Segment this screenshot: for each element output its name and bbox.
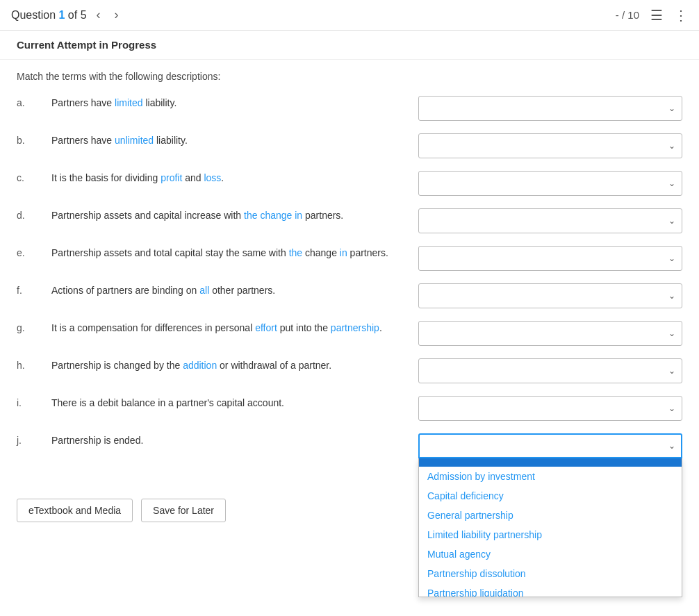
select-wrapper-g: Admission by investment Capital deficien… <box>418 321 682 346</box>
question-letter-b: b. <box>17 133 51 146</box>
select-b[interactable]: Admission by investment Capital deficien… <box>418 133 682 158</box>
attempt-banner: Current Attempt in Progress <box>0 31 699 60</box>
next-button[interactable]: › <box>110 6 123 24</box>
select-wrapper-h: Admission by investment Capital deficien… <box>418 358 682 383</box>
dropdown-item-limited[interactable]: Limited liability partnership <box>419 525 682 544</box>
question-letter-h: h. <box>17 358 51 371</box>
highlight-effort: effort <box>255 322 277 333</box>
question-row-c: c. It is the basis for dividing profit a… <box>17 171 682 196</box>
dropdown-item-mutual[interactable]: Mutual agency <box>419 544 682 564</box>
dropdown-item-dissolution[interactable]: Partnership dissolution <box>419 564 682 583</box>
question-row-b: b. Partners have unlimited liability. Ad… <box>17 133 682 158</box>
highlight-profit: profit <box>161 172 182 183</box>
highlight-loss: loss <box>204 172 221 183</box>
highlight-unlimited: unlimited <box>115 135 154 146</box>
question-row-a: a. Partners have limited liability. Admi… <box>17 96 682 121</box>
dropdown-item-admission[interactable]: Admission by investment <box>419 467 682 486</box>
select-e[interactable]: Admission by investment Capital deficien… <box>418 246 682 271</box>
question-letter-i: i. <box>17 396 51 408</box>
question-row-f: f. Actions of partners are binding on al… <box>17 283 682 308</box>
etextbook-button[interactable]: eTextbook and Media <box>17 499 133 522</box>
score-label: - / 10 <box>616 9 639 21</box>
highlight-in: in <box>340 247 347 258</box>
select-wrapper-c: Admission by investment Capital deficien… <box>418 171 682 196</box>
more-options-icon[interactable]: ⋮ <box>674 7 688 24</box>
question-number: 1 <box>58 9 65 21</box>
question-row-h: h. Partnership is changed by the additio… <box>17 358 682 383</box>
question-row-e: e. Partnership assets and total capital … <box>17 246 682 271</box>
question-letter-a: a. <box>17 96 51 108</box>
select-wrapper-e: Admission by investment Capital deficien… <box>418 246 682 271</box>
question-text-b: Partners have unlimited liability. <box>51 133 418 148</box>
question-text-f: Actions of partners are binding on all o… <box>51 283 418 298</box>
instructions: Match the terms with the following descr… <box>17 71 682 82</box>
select-c[interactable]: Admission by investment Capital deficien… <box>418 171 682 196</box>
select-wrapper-d: Admission by investment Capital deficien… <box>418 208 682 233</box>
dropdown-item-capital[interactable]: Capital deficiency <box>419 486 682 506</box>
select-wrapper-b: Admission by investment Capital deficien… <box>418 133 682 158</box>
select-wrapper-a: Admission by investment Capital deficien… <box>418 96 682 121</box>
question-row-i: i. There is a debit balance in a partner… <box>17 396 682 421</box>
question-row-d: d. Partnership assets and capital increa… <box>17 208 682 233</box>
question-row-g: g. It is a compensation for differences … <box>17 321 682 346</box>
question-letter-d: d. <box>17 208 51 221</box>
highlight-partnership: partnership <box>331 322 379 333</box>
question-letter-j: j. <box>17 433 51 446</box>
select-i[interactable]: Admission by investment Capital deficien… <box>418 396 682 421</box>
question-text-a: Partners have limited liability. <box>51 96 418 110</box>
header: Question 1 of 5 ‹ › - / 10 ☰ ⋮ <box>0 0 699 31</box>
question-text-j: Partnership is ended. <box>51 433 418 448</box>
select-j[interactable]: Admission by investment Capital deficien… <box>418 433 682 458</box>
select-h[interactable]: Admission by investment Capital deficien… <box>418 358 682 383</box>
question-letter-f: f. <box>17 283 51 296</box>
dropdown-item-liquidation[interactable]: Partnership liquidation <box>419 583 682 597</box>
question-row-j: j. Partnership is ended. Admission by in… <box>17 433 682 458</box>
select-f[interactable]: Admission by investment Capital deficien… <box>418 283 682 308</box>
dropdown-list-j: Admission by investment Capital deficien… <box>418 458 682 597</box>
select-g[interactable]: Admission by investment Capital deficien… <box>418 321 682 346</box>
dropdown-item-empty[interactable] <box>419 458 682 467</box>
main-content: Match the terms with the following descr… <box>0 60 699 482</box>
question-letter-c: c. <box>17 171 51 183</box>
question-letter-g: g. <box>17 321 51 333</box>
question-letter-e: e. <box>17 246 51 258</box>
dropdown-item-general[interactable]: General partnership <box>419 506 682 525</box>
question-text-e: Partnership assets and total capital sta… <box>51 246 418 260</box>
question-label: Question 1 of 5 <box>11 9 87 22</box>
save-later-button[interactable]: Save for Later <box>141 499 226 522</box>
list-icon[interactable]: ☰ <box>650 7 663 24</box>
select-a[interactable]: Admission by investment Capital deficien… <box>418 96 682 121</box>
select-wrapper-f: Admission by investment Capital deficien… <box>418 283 682 308</box>
header-left: Question 1 of 5 ‹ › <box>11 6 616 24</box>
header-right: - / 10 ☰ ⋮ <box>616 7 688 24</box>
highlight-limited: limited <box>115 97 142 108</box>
highlight-the-change-in: the change in <box>244 210 302 221</box>
select-wrapper-j: Admission by investment Capital deficien… <box>418 433 682 458</box>
prev-button[interactable]: ‹ <box>92 6 105 24</box>
highlight-all: all <box>199 285 209 296</box>
question-text-g: It is a compensation for differences in … <box>51 321 418 335</box>
question-text-d: Partnership assets and capital increase … <box>51 208 418 223</box>
select-d[interactable]: Admission by investment Capital deficien… <box>418 208 682 233</box>
select-wrapper-i: Admission by investment Capital deficien… <box>418 396 682 421</box>
highlight-the: the <box>289 247 302 258</box>
highlight-addition: addition <box>183 360 217 371</box>
question-text-h: Partnership is changed by the addition o… <box>51 358 418 373</box>
question-text-i: There is a debit balance in a partner's … <box>51 396 418 410</box>
question-text-c: It is the basis for dividing profit and … <box>51 171 418 185</box>
